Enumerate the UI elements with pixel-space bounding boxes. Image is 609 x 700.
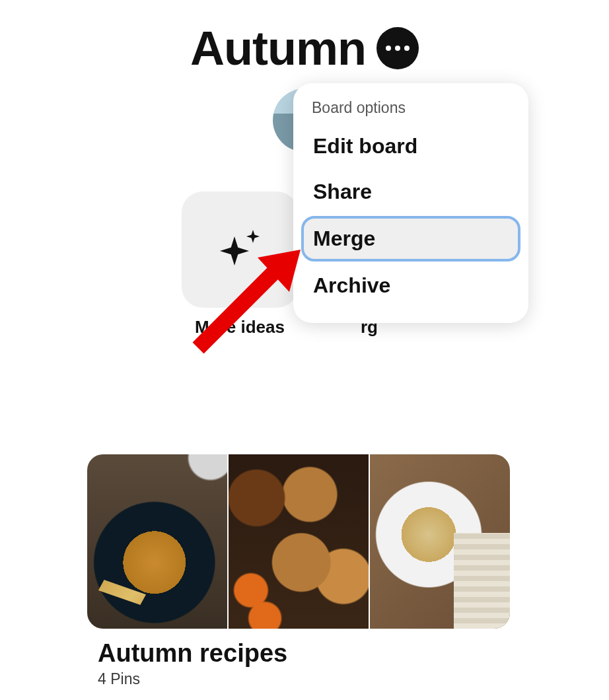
section-cover-image-2 [227, 454, 370, 629]
section-pin-count: 4 Pins [98, 670, 510, 688]
menu-heading: Board options [301, 99, 520, 123]
section-cover[interactable] [87, 454, 510, 629]
more-ideas-label: More ideas [195, 317, 285, 337]
menu-item-archive[interactable]: Archive [301, 263, 520, 308]
board-title: Autumn [190, 21, 366, 75]
section-cover-image-1 [87, 454, 227, 629]
section-cover-image-3 [370, 454, 510, 629]
board-section: Autumn recipes 4 Pins [87, 454, 510, 688]
more-ideas-button[interactable] [182, 192, 298, 308]
board-options-menu: Board options Edit board Share Merge Arc… [293, 83, 528, 323]
board-header: Autumn [0, 0, 609, 75]
menu-item-edit-board[interactable]: Edit board [301, 123, 520, 169]
more-options-button[interactable] [376, 27, 419, 69]
menu-item-share[interactable]: Share [301, 169, 520, 215]
more-ideas-tile: More ideas [182, 192, 298, 337]
section-title: Autumn recipes [98, 639, 510, 668]
menu-item-merge[interactable]: Merge [301, 216, 520, 262]
sparkle-icon [220, 230, 260, 269]
dots-icon [386, 46, 391, 51]
